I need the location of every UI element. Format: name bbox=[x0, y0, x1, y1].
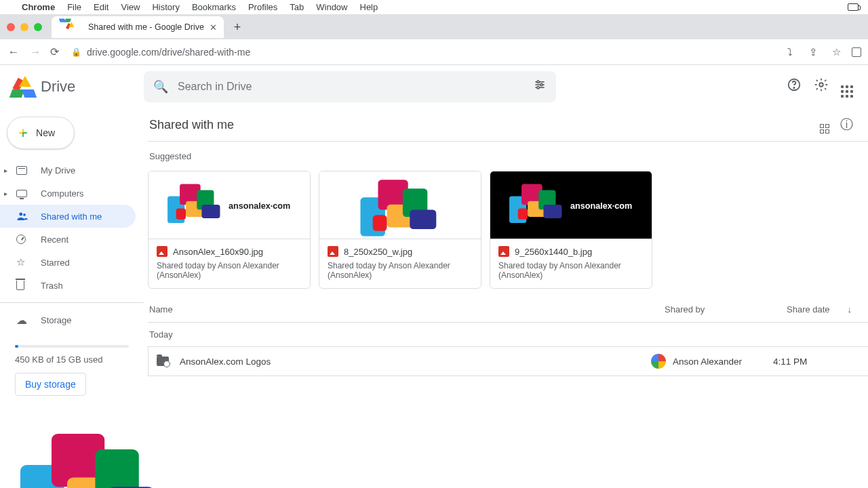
card-filename: 8_250x250_w.jpg bbox=[344, 247, 412, 257]
share-icon[interactable]: ⇪ bbox=[806, 46, 821, 58]
sidebar-item-storage[interactable]: ☁ Storage bbox=[0, 308, 136, 331]
menu-history[interactable]: History bbox=[152, 2, 179, 12]
card-filename: AnsonAlex_160x90.jpg bbox=[173, 247, 263, 257]
shared-folder-icon bbox=[157, 357, 169, 366]
sidebar-item-shared[interactable]: Shared with me bbox=[0, 205, 136, 228]
card-meta-text: Shared today by Anson Alexander (AnsonAl… bbox=[498, 261, 644, 280]
sidebar-item-label: Computers bbox=[41, 188, 84, 199]
group-today: Today bbox=[148, 323, 868, 346]
search-options-icon[interactable] bbox=[533, 78, 547, 95]
sidebar-item-label: Starred bbox=[41, 258, 70, 268]
buy-storage-button[interactable]: Buy storage bbox=[15, 373, 86, 396]
suggested-cards: ansonalex·com AnsonAlex_160x90.jpg Share… bbox=[148, 171, 868, 297]
menu-bookmarks[interactable]: Bookmarks bbox=[192, 2, 236, 12]
image-file-icon bbox=[498, 246, 509, 257]
tab-title: Shared with me - Google Drive bbox=[88, 22, 204, 32]
storage-usage-text: 450 KB of 15 GB used bbox=[15, 354, 129, 365]
search-input[interactable] bbox=[178, 81, 524, 93]
drive-header: Drive 🔍 bbox=[0, 65, 868, 108]
window-controls[interactable] bbox=[7, 23, 52, 31]
card-filename: 9_2560x1440_b.jpg bbox=[515, 247, 592, 257]
page-title: Shared with me bbox=[148, 118, 814, 132]
chrome-toolbar: ← → ⟳ 🔒 drive.google.com/drive/shared-wi… bbox=[0, 39, 868, 65]
new-button[interactable]: + New bbox=[7, 117, 75, 149]
svg-point-5 bbox=[537, 87, 539, 89]
minimize-window-icon[interactable] bbox=[20, 23, 28, 31]
menu-profiles[interactable]: Profiles bbox=[248, 2, 277, 12]
browser-tab[interactable]: Shared with me - Google Drive ✕ bbox=[52, 16, 224, 38]
svg-point-3 bbox=[537, 81, 539, 83]
sidebar-item-label: Recent bbox=[41, 235, 68, 245]
search-bar[interactable]: 🔍 bbox=[144, 71, 556, 102]
row-shared-by: Anson Alexander bbox=[673, 357, 742, 367]
sidebar: + New ▸ My Drive ▸ Computers Shared with… bbox=[0, 108, 144, 488]
info-icon[interactable]: ⓘ bbox=[835, 116, 857, 134]
menu-edit[interactable]: Edit bbox=[94, 2, 108, 12]
svg-point-10 bbox=[23, 214, 26, 216]
new-button-label: New bbox=[36, 127, 55, 138]
sidebar-item-label: Shared with me bbox=[41, 211, 102, 222]
shared-icon bbox=[16, 210, 28, 222]
suggested-card[interactable]: ansonalex·com 9_2560x1440_b.jpg Shared t… bbox=[490, 171, 652, 289]
install-app-icon[interactable]: ⤵ bbox=[783, 46, 797, 58]
drive-logo-icon bbox=[11, 76, 35, 98]
suggested-label: Suggested bbox=[148, 142, 868, 171]
image-file-icon bbox=[328, 246, 338, 257]
screen-record-icon[interactable] bbox=[848, 3, 859, 11]
fullscreen-window-icon[interactable] bbox=[34, 23, 42, 31]
grid-view-icon[interactable] bbox=[814, 117, 835, 134]
table-row[interactable]: AnsonAlex.com Logos Anson Alexander 4:11… bbox=[148, 346, 868, 376]
trash-icon bbox=[16, 281, 28, 290]
lock-icon: 🔒 bbox=[71, 47, 81, 57]
sidebar-item-trash[interactable]: Trash bbox=[0, 274, 136, 297]
sidebar-item-recent[interactable]: Recent bbox=[0, 228, 136, 251]
reload-button[interactable]: ⟳ bbox=[50, 45, 59, 58]
sidebar-item-label: Trash bbox=[41, 281, 63, 291]
svg-point-9 bbox=[19, 213, 22, 216]
mydrive-icon bbox=[16, 166, 28, 175]
cloud-icon: ☁ bbox=[16, 314, 28, 327]
suggested-card[interactable]: ansonalex·com AnsonAlex_160x90.jpg Share… bbox=[148, 171, 311, 289]
new-tab-button[interactable]: + bbox=[228, 18, 247, 37]
sidebar-item-computers[interactable]: ▸ Computers bbox=[0, 182, 136, 205]
suggested-card[interactable]: 8_250x250_w.jpg Shared today by Anson Al… bbox=[319, 171, 481, 289]
close-tab-icon[interactable]: ✕ bbox=[210, 22, 217, 33]
plus-icon: + bbox=[18, 123, 28, 142]
drive-product-name: Drive bbox=[41, 78, 75, 96]
address-bar[interactable]: 🔒 drive.google.com/drive/shared-with-me bbox=[67, 47, 774, 58]
sidebar-item-starred[interactable]: ☆ Starred bbox=[0, 251, 136, 274]
expand-icon[interactable]: ▸ bbox=[4, 190, 7, 197]
back-button[interactable]: ← bbox=[7, 45, 20, 59]
menu-file[interactable]: File bbox=[67, 2, 81, 12]
floating-preview-image bbox=[20, 434, 81, 481]
card-meta-text: Shared today by Anson Alexander (AnsonAl… bbox=[157, 261, 302, 280]
avatar bbox=[651, 354, 666, 369]
sort-descending-icon[interactable]: ↓ bbox=[848, 304, 852, 314]
col-shared-by[interactable]: Shared by bbox=[665, 304, 787, 314]
menu-view[interactable]: View bbox=[121, 2, 140, 12]
active-app-name[interactable]: Chrome bbox=[22, 2, 55, 12]
sidebar-item-mydrive[interactable]: ▸ My Drive bbox=[0, 159, 136, 182]
menu-tab[interactable]: Tab bbox=[290, 2, 304, 12]
main-content: Shared with me ⓘ Suggested ansonalex·com… bbox=[144, 108, 868, 488]
expand-icon[interactable]: ▸ bbox=[4, 167, 7, 174]
url-text: drive.google.com/drive/shared-with-me bbox=[87, 47, 250, 58]
col-share-date[interactable]: Share date bbox=[787, 304, 830, 314]
thumb-text: ansonalex·com bbox=[570, 200, 632, 209]
computers-icon bbox=[16, 190, 28, 197]
support-icon[interactable] bbox=[787, 77, 802, 96]
sidepanel-icon[interactable] bbox=[852, 47, 861, 57]
google-apps-icon[interactable] bbox=[841, 76, 853, 98]
drive-logo[interactable]: Drive bbox=[11, 76, 144, 98]
table-header: Name Shared by Share date ↓ bbox=[148, 297, 868, 323]
close-window-icon[interactable] bbox=[7, 23, 15, 31]
settings-gear-icon[interactable] bbox=[814, 77, 829, 96]
card-thumbnail bbox=[319, 171, 481, 239]
star-icon: ☆ bbox=[16, 256, 28, 268]
bookmark-star-icon[interactable]: ☆ bbox=[829, 46, 844, 58]
forward-button[interactable]: → bbox=[28, 45, 42, 59]
menu-window[interactable]: Window bbox=[316, 2, 347, 12]
col-name[interactable]: Name bbox=[148, 304, 665, 314]
menu-help[interactable]: Help bbox=[360, 2, 378, 12]
sidebar-item-label: Storage bbox=[41, 315, 72, 325]
